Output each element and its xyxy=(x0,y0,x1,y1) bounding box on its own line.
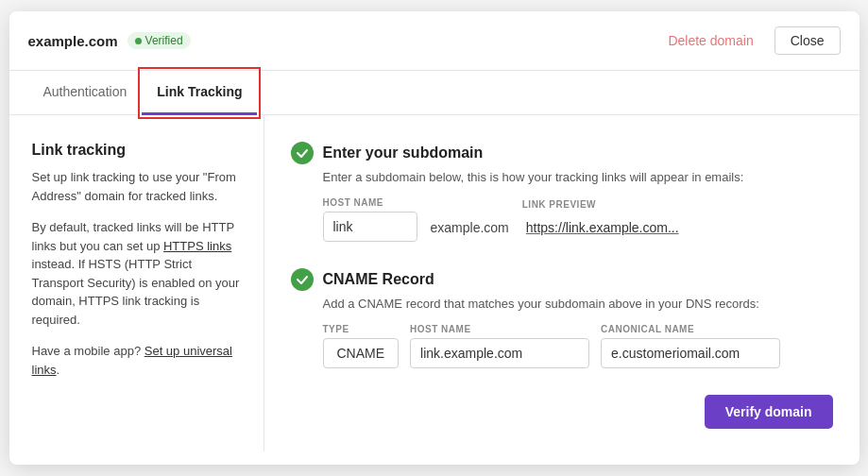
host-name-group: HOST NAME xyxy=(323,197,417,242)
close-button[interactable]: Close xyxy=(774,26,841,55)
header-right: Delete domain Close xyxy=(656,26,840,55)
main-content: Enter your subdomain Enter a subdomain b… xyxy=(264,115,859,451)
modal-body: Link tracking Set up link tracking to us… xyxy=(9,115,859,451)
canonical-label: CANONICAL NAME xyxy=(601,324,780,334)
host-name-input[interactable] xyxy=(323,212,417,242)
modal-header: example.com Verified Delete domain Close xyxy=(9,11,859,71)
tab-authentication[interactable]: Authentication xyxy=(28,71,143,115)
sidebar-para1: Set up link tracking to use your "From A… xyxy=(32,168,241,205)
cname-type-group: TYPE CNAME xyxy=(323,324,400,368)
domain-modal: example.com Verified Delete domain Close… xyxy=(9,11,859,465)
footer-row: Verify domain xyxy=(291,395,833,433)
subdomain-title: Enter your subdomain xyxy=(323,144,484,162)
domain-name: example.com xyxy=(28,33,118,49)
cname-section-header: CNAME Record xyxy=(291,268,833,291)
https-links-link[interactable]: HTTPS links xyxy=(163,239,231,253)
mobile-suffix: . xyxy=(57,363,60,377)
verify-domain-button[interactable]: Verify domain xyxy=(705,395,833,429)
subdomain-desc: Enter a subdomain below, this is how you… xyxy=(291,170,833,184)
check-svg xyxy=(296,146,309,160)
domain-static: example.com xyxy=(427,213,513,242)
tab-link-tracking[interactable]: Link Tracking xyxy=(142,71,257,115)
link-preview-label: LINK PREVIEW xyxy=(522,199,683,210)
cname-host-group: HOST NAME xyxy=(410,324,589,368)
host-name-label: HOST NAME xyxy=(323,197,417,208)
subdomain-check-icon xyxy=(291,142,314,164)
sidebar: Link tracking Set up link tracking to us… xyxy=(9,115,264,451)
cname-check-icon xyxy=(291,268,314,291)
header-left: example.com Verified xyxy=(28,32,191,49)
verified-label: Verified xyxy=(145,34,183,47)
link-preview-value: https://link.example.com... xyxy=(522,213,683,242)
cname-host-input[interactable] xyxy=(410,338,589,368)
cname-desc: Add a CNAME record that matches your sub… xyxy=(291,297,833,311)
sidebar-para3: Have a mobile app? Set up universal link… xyxy=(32,342,241,379)
delete-domain-button[interactable]: Delete domain xyxy=(656,27,764,54)
verified-dot xyxy=(135,38,142,44)
cname-type-value: CNAME xyxy=(323,338,400,368)
tabs: Authentication Link Tracking xyxy=(9,71,859,115)
canonical-name-group: CANONICAL NAME xyxy=(601,324,780,368)
link-preview-group: LINK PREVIEW https://link.example.com... xyxy=(522,199,683,242)
subdomain-fields: HOST NAME example.com LINK PREVIEW https… xyxy=(291,197,833,242)
subdomain-section: Enter your subdomain Enter a subdomain b… xyxy=(291,142,833,242)
cname-section: CNAME Record Add a CNAME record that mat… xyxy=(291,268,833,368)
universal-links-link[interactable]: Set up universal links xyxy=(32,344,232,377)
canonical-input[interactable] xyxy=(601,338,780,368)
cname-fields: TYPE CNAME HOST NAME CANONICAL NAME xyxy=(291,324,833,368)
verified-badge: Verified xyxy=(128,32,191,49)
cname-host-label: HOST NAME xyxy=(410,324,589,334)
sidebar-para2: By default, tracked links will be HTTP l… xyxy=(32,218,241,329)
subdomain-section-header: Enter your subdomain xyxy=(291,142,833,164)
cname-type-label: TYPE xyxy=(323,324,400,334)
sidebar-title: Link tracking xyxy=(32,142,241,159)
cname-check-svg xyxy=(296,273,309,286)
cname-title: CNAME Record xyxy=(323,271,434,288)
